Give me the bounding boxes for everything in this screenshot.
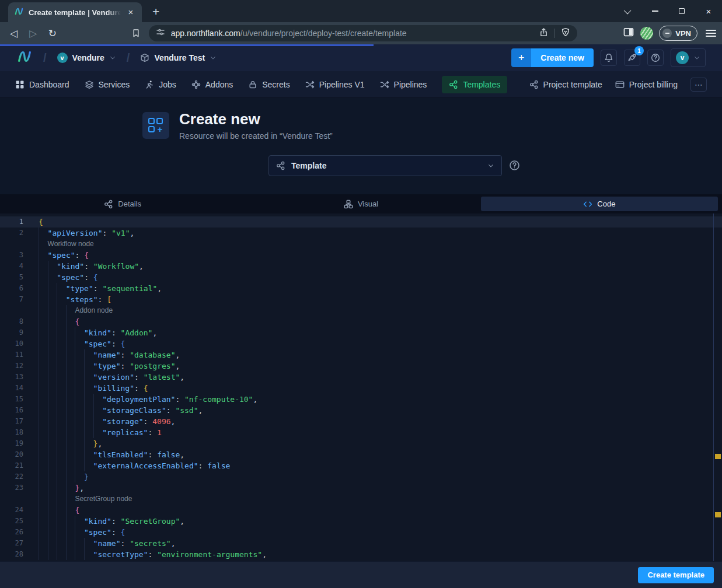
vpn-button[interactable]: VPN (659, 26, 697, 41)
code-line-content: "externalAccessEnabled": false (39, 460, 230, 471)
code-line[interactable]: 16"storageClass": "ssd", (0, 405, 722, 416)
code-line[interactable]: 26"spec": { (0, 527, 722, 538)
chevron-down-icon (693, 54, 700, 61)
line-number: 12 (0, 360, 23, 372)
close-window-button[interactable]: × (695, 0, 722, 22)
create-new-hero: + Create new Resource will be created in… (0, 98, 722, 194)
breadcrumb-project[interactable]: Vendure Test (140, 53, 217, 62)
nav-item-secrets[interactable]: Secrets (248, 80, 290, 89)
code-line[interactable]: 9"kind": "Addon", (0, 327, 722, 338)
overview-ruler-warning-marker[interactable] (715, 512, 721, 517)
code-line[interactable]: 4"kind": "Workflow", (0, 261, 722, 272)
bookmark-icon[interactable] (128, 25, 144, 41)
nav-item-label: Secrets (262, 80, 290, 89)
code-line[interactable]: 27"name": "secrets", (0, 538, 722, 549)
template-help-button[interactable] (509, 160, 520, 173)
nav-item-label: Addons (205, 80, 233, 89)
northflank-logo[interactable] (16, 48, 33, 67)
code-line[interactable]: 11"name": "database", (0, 349, 722, 360)
code-line-content: "kind": "SecretGroup", (39, 516, 184, 527)
code-line[interactable]: 18"replicas": 1 (0, 427, 722, 438)
node-label: Workflow node (48, 239, 94, 250)
site-settings-icon[interactable] (156, 27, 165, 39)
account-menu[interactable]: v (671, 48, 706, 67)
code-node-label-row[interactable]: Workflow node (0, 239, 722, 250)
chevron-down-icon (210, 54, 217, 61)
extension-icon[interactable] (640, 27, 653, 40)
overview-ruler-warning-marker[interactable] (715, 454, 721, 459)
nav-item-jobs[interactable]: Jobs (145, 80, 176, 89)
code-line[interactable]: 23}, (0, 482, 722, 494)
code-line[interactable]: 14"billing": { (0, 383, 722, 394)
reload-button[interactable]: ↻ (44, 25, 60, 41)
nav-item-project-billing[interactable]: Project billing (615, 80, 678, 89)
code-line[interactable]: 12"type": "postgres", (0, 360, 722, 372)
share-icon[interactable] (539, 27, 549, 40)
code-line[interactable]: 28"secretType": "environment-arguments", (0, 549, 722, 560)
line-number: 19 (0, 438, 23, 449)
tab-search-chevron-icon[interactable] (615, 0, 641, 22)
line-number: 6 (0, 283, 23, 294)
minimize-button[interactable] (641, 0, 668, 22)
code-line[interactable]: 7"steps": [ (0, 294, 722, 305)
url-bar[interactable]: app.northflank.com/u/vendure/project/dep… (149, 25, 578, 41)
line-number: 2 (0, 228, 23, 239)
code-line[interactable]: 8{ (0, 316, 722, 327)
nav-item-templates[interactable]: Templates (442, 76, 507, 93)
code-line[interactable]: 20"tlsEnabled": false, (0, 449, 722, 460)
template-nodes-icon (276, 161, 285, 170)
create-new-button[interactable]: + Create new (511, 48, 594, 67)
tab-close-icon[interactable]: × (125, 7, 136, 18)
browser-tab[interactable]: Create template | Vendure Test | × (8, 2, 142, 22)
code-line[interactable]: 17"storage": 4096, (0, 416, 722, 427)
code-line[interactable]: 6"type": "sequential", (0, 283, 722, 294)
avatar: v (676, 51, 689, 64)
line-number: 1 (0, 216, 23, 228)
new-tab-button[interactable]: + (152, 6, 159, 18)
code-line[interactable]: 22} (0, 471, 722, 482)
tab-label: Details (118, 200, 141, 208)
code-editor[interactable]: 1{2"apiVersion": "v1",Workflow node3"spe… (0, 214, 722, 561)
notifications-button[interactable] (601, 50, 617, 66)
sidebar-toggle-icon[interactable] (623, 26, 634, 40)
tab-code[interactable]: Code (481, 197, 718, 211)
menu-icon[interactable] (706, 30, 716, 37)
code-line[interactable]: 24{ (0, 505, 722, 516)
tab-details[interactable]: Details (4, 197, 241, 211)
line-number: 11 (0, 349, 23, 360)
breadcrumb-divider: / (43, 51, 47, 65)
code-line[interactable]: 2"apiVersion": "v1", (0, 228, 722, 239)
whats-new-button[interactable]: 1 (624, 50, 640, 66)
code-line[interactable]: 19}, (0, 438, 722, 449)
code-line[interactable]: 3"spec": { (0, 250, 722, 261)
code-line[interactable]: 13"version": "latest", (0, 372, 722, 383)
code-node-label-row[interactable]: Addon node (0, 305, 722, 316)
more-nav-button[interactable]: ⋯ (690, 78, 707, 92)
nav-item-addons[interactable]: Addons (191, 80, 233, 89)
nav-item-project-template[interactable]: Project template (529, 80, 602, 89)
question-icon (651, 53, 660, 62)
tab-visual[interactable]: Visual (242, 197, 479, 211)
nav-item-services[interactable]: Services (85, 80, 130, 89)
code-line[interactable]: 25"kind": "SecretGroup", (0, 516, 722, 527)
northflank-favicon-icon (14, 6, 24, 19)
code-line[interactable]: 5"spec": { (0, 272, 722, 283)
breadcrumb-org[interactable]: v Vendure (57, 52, 116, 63)
nav-item-pipelines-v1[interactable]: Pipelines V1 (305, 80, 365, 89)
nav-item-pipelines[interactable]: Pipelines (380, 80, 427, 89)
nav-item-dashboard[interactable]: Dashboard (15, 80, 69, 89)
brave-shield-icon[interactable] (561, 27, 570, 39)
code-line[interactable]: 21"externalAccessEnabled": false (0, 460, 722, 471)
forward-button[interactable]: ▷ (25, 25, 41, 41)
code-line[interactable]: 1{ (0, 216, 722, 228)
url-text[interactable]: app.northflank.com/u/vendure/project/dep… (171, 29, 539, 38)
code-line-content: "spec": { (39, 338, 125, 349)
code-line[interactable]: 10"spec": { (0, 338, 722, 349)
maximize-button[interactable] (668, 0, 695, 22)
help-button[interactable] (647, 50, 664, 66)
resource-type-select[interactable]: Template (268, 155, 502, 176)
code-line[interactable]: 15"deploymentPlan": "nf-compute-10", (0, 394, 722, 405)
back-button[interactable]: ◁ (6, 25, 22, 41)
create-template-button[interactable]: Create template (638, 567, 714, 583)
code-node-label-row[interactable]: SecretGroup node (0, 494, 722, 505)
